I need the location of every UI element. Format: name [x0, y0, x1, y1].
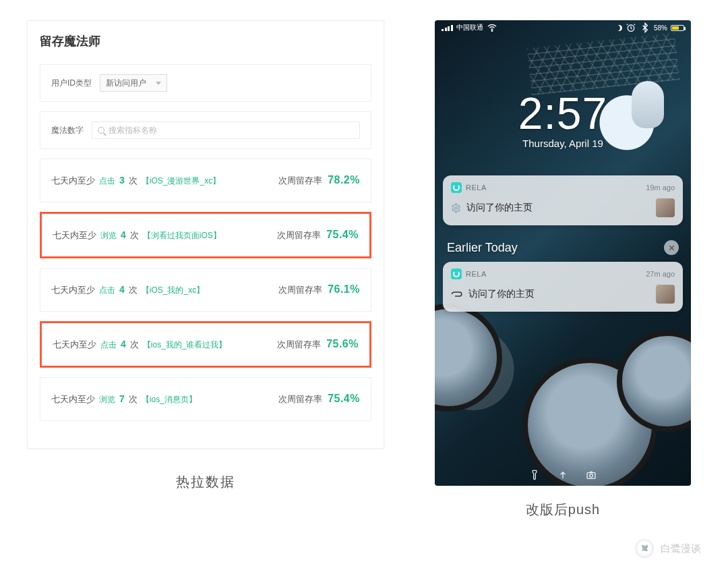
retention-item[interactable]: 七天内至少点击3次【iOS_漫游世界_xc】次周留存率78.2%: [40, 159, 371, 202]
search-icon: [98, 127, 104, 134]
carrier-label: 中国联通: [456, 23, 483, 32]
metric-label: 次周留存率: [277, 230, 321, 242]
panel-title: 留存魔法师: [40, 33, 371, 49]
metric-percent: 75.4%: [326, 229, 359, 241]
lock-time: 2:57: [435, 88, 691, 139]
close-icon: [668, 244, 675, 252]
metric-label: 次周留存率: [277, 339, 321, 351]
item-unit: 次: [129, 175, 138, 187]
app-icon: [451, 182, 462, 193]
item-prefix: 七天内至少: [53, 230, 96, 242]
user-id-select[interactable]: 新访问用户: [100, 74, 167, 92]
lockscreen-bottom-actions: [435, 470, 691, 480]
alarm-icon: [626, 22, 636, 33]
battery-percent: 58%: [654, 24, 667, 32]
metric-percent: 75.6%: [326, 338, 359, 350]
svg-point-4: [590, 474, 593, 478]
retention-item[interactable]: 七天内至少点击4次【ios_我的_谁看过我】次周留存率75.6%: [40, 321, 371, 368]
left-caption: 热拉数据: [176, 473, 235, 491]
metric-search-input[interactable]: 搜索指标名称: [92, 121, 360, 139]
item-prefix: 七天内至少: [51, 285, 95, 296]
magic-number-label: 魔法数字: [51, 125, 84, 136]
notif-app-name: RELA: [466, 184, 487, 192]
item-action: 点击: [99, 285, 115, 296]
item-count: 3: [119, 175, 125, 186]
user-id-filter-row: 用户ID类型 新访问用户: [40, 64, 371, 102]
item-action: 点击: [100, 339, 117, 351]
item-prefix: 七天内至少: [53, 339, 96, 351]
metric-label: 次周留存率: [278, 285, 322, 296]
item-tag: 【ios_我的_谁看过我】: [143, 339, 227, 351]
notif-app-name: RELA: [466, 270, 487, 278]
item-tag: 【浏看过我页面iOS】: [143, 230, 221, 242]
item-count: 4: [121, 339, 126, 349]
item-unit: 次: [130, 230, 139, 242]
clear-section-button[interactable]: [664, 240, 679, 255]
battery-icon: [671, 25, 684, 31]
svg-rect-3: [587, 473, 595, 479]
chevron-down-icon: [156, 82, 161, 85]
user-id-label: 用户ID类型: [51, 78, 92, 89]
metric-percent: 75.4%: [328, 393, 360, 405]
paperclip-icon: [451, 291, 463, 298]
lock-date: Thursday, April 19: [435, 138, 691, 149]
user-id-value: 新访问用户: [106, 78, 146, 89]
notif-thumbnail: [656, 285, 675, 304]
swipe-up-icon[interactable]: [557, 470, 568, 480]
notification-card[interactable]: RELA 19m ago 访问了你的主页: [443, 175, 683, 225]
item-action: 浏览: [99, 394, 115, 405]
item-tag: 【ios_消息页】: [142, 394, 197, 405]
watermark: 白鹭漫谈: [635, 539, 701, 558]
item-unit: 次: [129, 394, 138, 405]
signal-icon: [442, 25, 453, 31]
magic-number-row: 魔法数字 搜索指标名称: [40, 111, 371, 149]
watermark-logo-icon: [635, 539, 654, 558]
bluetooth-icon: [640, 22, 650, 33]
watermark-text: 白鹭漫谈: [661, 542, 701, 555]
app-icon: [451, 269, 462, 279]
phone-lockscreen: 中国联通 58% 2:57 Thursday, April 19: [435, 20, 691, 486]
dnd-moon-icon: [616, 25, 622, 31]
earlier-label: Earlier Today: [447, 241, 518, 255]
item-tag: 【iOS_漫游世界_xc】: [142, 175, 220, 187]
item-unit: 次: [129, 285, 138, 296]
earlier-section-header: Earlier Today: [443, 236, 683, 262]
notif-thumbnail: [656, 198, 675, 217]
metric-label: 次周留存率: [278, 175, 322, 187]
lock-clock: 2:57 Thursday, April 19: [435, 88, 691, 149]
item-count: 7: [119, 393, 125, 404]
status-bar: 中国联通 58%: [435, 20, 691, 35]
metric-percent: 78.2%: [328, 174, 360, 186]
item-action: 点击: [99, 175, 115, 187]
notification-card[interactable]: RELA 27m ago 访问了你的主页: [443, 262, 683, 312]
search-placeholder: 搜索指标名称: [109, 125, 157, 136]
wifi-icon: [487, 22, 497, 33]
item-action: 浏览: [100, 230, 117, 242]
retention-item[interactable]: 七天内至少点击4次【iOS_我的_xc】次周留存率76.1%: [40, 268, 371, 312]
svg-point-0: [491, 30, 492, 31]
gear-icon: [451, 203, 461, 213]
flashlight-icon[interactable]: [529, 470, 540, 480]
item-unit: 次: [130, 339, 139, 351]
metric-label: 次周留存率: [278, 394, 322, 405]
notif-body-text: 访问了你的主页: [468, 288, 535, 300]
notif-time-ago: 27m ago: [646, 270, 675, 278]
item-count: 4: [121, 229, 126, 240]
notif-time-ago: 19m ago: [646, 184, 675, 192]
right-caption: 改版后push: [526, 501, 600, 519]
camera-icon[interactable]: [586, 470, 597, 480]
item-count: 4: [119, 284, 125, 295]
item-prefix: 七天内至少: [51, 394, 95, 405]
item-tag: 【iOS_我的_xc】: [142, 285, 204, 296]
item-prefix: 七天内至少: [51, 175, 95, 187]
notification-stack: RELA 19m ago 访问了你的主页 Earlier Today: [443, 175, 683, 322]
metric-percent: 76.1%: [328, 283, 360, 296]
notif-body-text: 访问了你的主页: [466, 202, 533, 214]
svg-point-2: [455, 206, 458, 209]
retention-item[interactable]: 七天内至少浏览7次【ios_消息页】次周留存率75.4%: [40, 377, 371, 421]
retention-item[interactable]: 七天内至少浏览4次【浏看过我页面iOS】次周留存率75.4%: [40, 212, 371, 258]
retention-panel: 留存魔法师 用户ID类型 新访问用户 魔法数字 搜索指标名称 七天内至少点击3次…: [27, 20, 384, 449]
